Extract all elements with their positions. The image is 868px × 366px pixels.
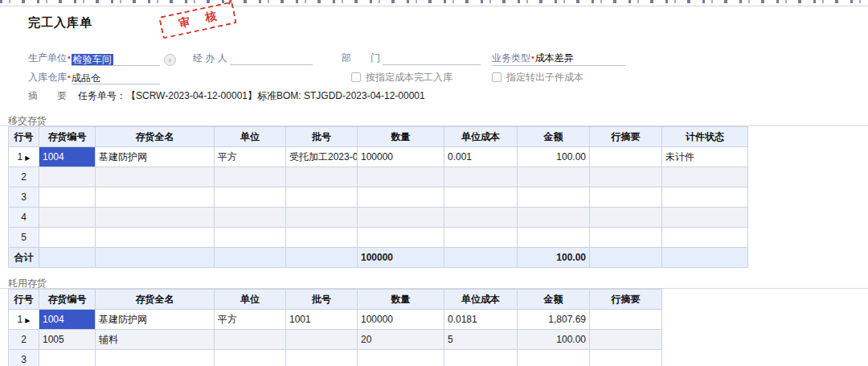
code-cell[interactable] (39, 167, 96, 187)
qty-cell[interactable]: 100000 (358, 147, 444, 167)
production-unit-field: 生产单位检验车间› (28, 51, 176, 66)
unit-cell[interactable]: 平方 (215, 147, 286, 167)
name-cell[interactable] (96, 167, 215, 187)
code-cell[interactable]: 1005 (39, 330, 96, 350)
piecestatus-cell[interactable] (662, 187, 748, 208)
batch-cell[interactable] (286, 228, 358, 248)
qty-cell[interactable] (358, 228, 444, 248)
cost-checkbox-field[interactable]: 按指定成本完工入库 (351, 71, 452, 84)
business-type-label: 业务类型 (492, 52, 530, 64)
checkbox-unchecked-icon[interactable] (351, 72, 361, 82)
unit-cell[interactable] (215, 330, 286, 350)
row-number-cell[interactable]: 1▶ (9, 310, 39, 330)
unitcost-cell[interactable]: 0.001 (444, 147, 518, 167)
subpart-checkbox-label: 指定转出子件成本 (506, 72, 583, 83)
row-number-cell[interactable]: 4 (9, 208, 39, 228)
subpart-checkbox-field[interactable]: 指定转出子件成本 (492, 71, 583, 84)
qty-cell[interactable] (358, 350, 444, 366)
rowsummary-cell[interactable] (590, 187, 662, 208)
amount-cell[interactable]: 100.00 (518, 147, 590, 167)
total-label-cell: 合计 (9, 248, 39, 268)
unitcost-cell[interactable]: 5 (444, 330, 518, 350)
toolbar-fragment-marks (0, 0, 868, 3)
business-type-value: 成本差异 (535, 52, 574, 64)
row-number-cell[interactable]: 1▶ (9, 147, 39, 167)
code-cell[interactable]: 1004 (39, 310, 96, 330)
total-qty-cell: 100000 (358, 248, 444, 268)
rowsummary-cell[interactable] (590, 147, 662, 167)
qty-cell[interactable] (358, 187, 444, 208)
amount-cell[interactable]: 100.00 (518, 330, 590, 350)
rowsummary-cell[interactable] (590, 167, 662, 187)
unitcost-cell[interactable] (444, 228, 518, 248)
code-cell[interactable] (39, 187, 96, 208)
rowsummary-cell[interactable] (590, 208, 662, 228)
unit-cell[interactable] (215, 350, 286, 366)
code-cell[interactable]: 1004 (39, 147, 96, 167)
department-input[interactable] (383, 52, 481, 65)
amount-cell[interactable] (518, 187, 590, 208)
unitcost-cell[interactable] (444, 167, 518, 187)
unit-cell[interactable] (215, 167, 286, 187)
piecestatus-cell[interactable] (662, 208, 748, 228)
batch-cell[interactable] (286, 208, 358, 228)
col-header-code: 存货编号 (39, 127, 96, 147)
batch-cell[interactable] (286, 167, 358, 187)
summary-value[interactable]: 任务单号：【SCRW-2023-04-12-00001】标准BOM: STJGD… (78, 90, 425, 101)
name-cell[interactable] (96, 208, 215, 228)
qty-cell[interactable] (358, 167, 444, 187)
piecestatus-cell[interactable] (662, 228, 748, 248)
piecestatus-cell[interactable]: 未计件 (662, 147, 748, 167)
unitcost-cell[interactable] (444, 208, 518, 228)
name-cell[interactable]: 辅料 (96, 330, 215, 350)
code-cell[interactable] (39, 228, 96, 248)
batch-cell[interactable] (286, 350, 358, 366)
batch-cell[interactable]: 受托加工2023-04-1 (286, 147, 358, 167)
code-cell[interactable] (39, 208, 96, 228)
warehouse-input[interactable]: 成品仓 (72, 72, 160, 84)
production-unit-input[interactable]: 检验车间 (72, 53, 160, 66)
checkbox-unchecked-icon[interactable] (492, 72, 502, 82)
handler-input[interactable] (230, 52, 313, 65)
col-header-code: 存货编号 (39, 290, 96, 310)
unit-cell[interactable] (215, 228, 286, 248)
unitcost-cell[interactable] (444, 187, 518, 208)
unit-cell[interactable] (215, 187, 286, 208)
row-number-cell[interactable]: 2 (9, 330, 39, 350)
amount-cell[interactable] (518, 167, 590, 187)
batch-cell[interactable] (286, 330, 358, 350)
row-number-cell[interactable]: 2 (9, 167, 39, 187)
row-number-cell[interactable]: 5 (9, 228, 39, 248)
row-number-cell[interactable]: 3 (9, 350, 39, 366)
unit-cell[interactable]: 平方 (215, 310, 286, 330)
rowsummary-cell[interactable] (590, 310, 662, 330)
rowsummary-cell[interactable] (590, 350, 662, 366)
name-cell[interactable] (96, 187, 215, 208)
unit-cell[interactable] (215, 208, 286, 228)
unitcost-cell[interactable] (444, 350, 518, 366)
qty-cell[interactable]: 100000 (358, 310, 444, 330)
amount-cell[interactable] (518, 350, 590, 366)
production-unit-value: 检验车间 (72, 54, 113, 65)
name-cell[interactable] (96, 350, 215, 366)
current-row-marker-icon: ▶ (25, 317, 30, 324)
amount-cell[interactable] (518, 228, 590, 248)
lookup-icon[interactable]: › (164, 54, 176, 66)
qty-cell[interactable]: 20 (358, 330, 444, 350)
amount-cell[interactable]: 1,807.69 (518, 310, 590, 330)
row-number-cell[interactable]: 3 (9, 187, 39, 208)
amount-cell[interactable] (518, 208, 590, 228)
business-type-field[interactable]: 业务类型成本差异 (492, 51, 625, 66)
rowsummary-cell[interactable] (590, 228, 662, 248)
name-cell[interactable]: 基建防护网 (96, 147, 215, 167)
name-cell[interactable]: 基建防护网 (96, 310, 215, 330)
piecestatus-cell[interactable] (662, 167, 748, 187)
batch-cell[interactable] (286, 187, 358, 208)
qty-cell[interactable] (358, 208, 444, 228)
batch-cell[interactable]: 1001 (286, 310, 358, 330)
code-cell[interactable] (39, 350, 96, 366)
rowsummary-cell[interactable] (590, 330, 662, 350)
cost-checkbox-label: 按指定成本完工入库 (366, 72, 452, 83)
unitcost-cell[interactable]: 0.0181 (444, 310, 518, 330)
name-cell[interactable] (96, 228, 215, 248)
